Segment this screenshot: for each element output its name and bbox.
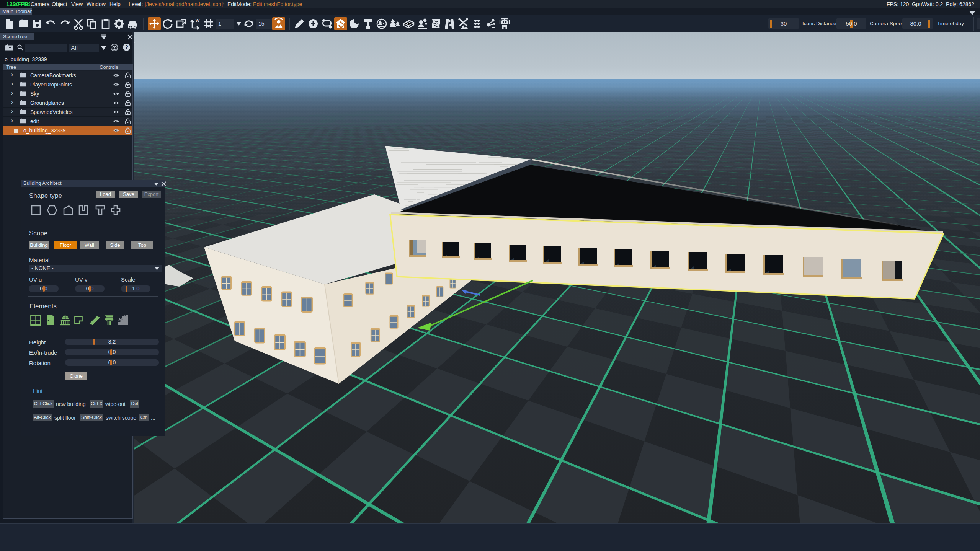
svg-text:Camera Speed: Camera Speed	[870, 21, 905, 26]
svg-text:Time of day: Time of day	[937, 21, 964, 26]
svg-text:w: w	[195, 17, 200, 23]
svg-text:50.0: 50.0	[846, 20, 857, 27]
svg-text:30: 30	[781, 20, 787, 27]
svg-text:Icons Distance: Icons Distance	[802, 21, 836, 26]
svg-text:80.0: 80.0	[910, 20, 921, 27]
svg-text:15: 15	[258, 21, 265, 27]
svg-text:1: 1	[218, 21, 221, 27]
